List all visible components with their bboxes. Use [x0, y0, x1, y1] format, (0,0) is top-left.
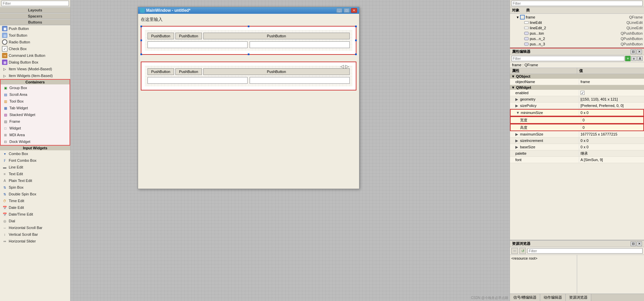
widget-frame[interactable]: ▨ Frame: [1, 118, 70, 125]
widget-radio-button[interactable]: Radio Button: [0, 39, 70, 45]
prop-key-minimumSize: ▼ minimumSize: [511, 110, 579, 116]
minimize-button[interactable]: _: [336, 8, 342, 13]
radio-button-icon: [2, 39, 7, 45]
widget-line-edit[interactable]: ▬ Line Edit: [0, 164, 70, 171]
res-close-btn[interactable]: ✕: [637, 241, 642, 246]
prop-val-height[interactable]: 0: [581, 124, 643, 130]
obj-name-frame: frame: [526, 15, 629, 19]
sizePolicy-expand-icon[interactable]: ▶: [515, 104, 519, 108]
widget-spin-box[interactable]: ⇅ Spin Box: [0, 184, 70, 191]
frame1-btn2[interactable]: PushButton: [175, 33, 202, 39]
widget-tool-button[interactable]: ▤ Tool Button: [0, 32, 70, 39]
group-box-label: Group Box: [9, 86, 27, 90]
obj-row-frame[interactable]: ▼ frame QFrame: [510, 14, 644, 20]
widget-h-scroll[interactable]: ↔ Horizontal Scroll Bar: [0, 224, 70, 231]
res-filter-input[interactable]: [527, 248, 643, 254]
mdi-label: MDI Area: [9, 133, 25, 137]
restore-button[interactable]: □: [344, 8, 350, 13]
prop-val-geometry[interactable]: [(150, 110), 401 x 121]: [579, 96, 644, 102]
baseSize-expand-icon[interactable]: ▶: [515, 145, 519, 149]
tab-resource-browser[interactable]: 资源浏览器: [566, 294, 591, 301]
res-restore-btn[interactable]: ⊟: [631, 241, 636, 246]
widget-group-box[interactable]: ▣ Group Box: [1, 84, 70, 91]
frame2-btn3[interactable]: PushButton: [203, 68, 350, 75]
widget-stacked-widget[interactable]: ▧ Stacked Widget: [1, 111, 70, 118]
designer-canvas[interactable]: MainWindow - untitled* _ □ ✕ 在这里输入: [71, 0, 510, 301]
frame2-input2[interactable]: [250, 77, 350, 84]
widget-plain-text-edit[interactable]: A Plain Text Edit: [0, 177, 70, 184]
prop-val-baseSize[interactable]: 0 x 0: [579, 144, 644, 150]
widget-check-box[interactable]: ✓ Check Box: [0, 45, 70, 52]
widget-h-slider[interactable]: ⇔ Horizontal Slider: [0, 238, 70, 244]
res-pencil-btn[interactable]: ✏: [511, 248, 518, 254]
res-refresh-btn[interactable]: ↺: [519, 248, 526, 254]
prop-filter-opt2[interactable]: A: [637, 56, 643, 61]
obj-row-pushbtn2[interactable]: pus...n_2 QPushButton: [510, 36, 644, 41]
frame1-input1[interactable]: [147, 41, 248, 48]
prop-restore-btn[interactable]: ⊟: [631, 49, 636, 54]
obj-row-lineEdit[interactable]: lineEdit QLineEdit: [510, 20, 644, 25]
frame1-btn1[interactable]: PushButton: [147, 33, 174, 39]
widget-tab-widget[interactable]: ▦ Tab Widget: [1, 105, 70, 111]
maximumSize-expand-icon[interactable]: ▶: [515, 132, 519, 137]
frame2-container[interactable]: ◁ ▷ PushButton PushButton PushButton: [141, 62, 356, 90]
prop-close-btn[interactable]: ✕: [637, 49, 642, 54]
widget-dialog-box[interactable]: ▦ Dialog Button Box: [0, 59, 70, 66]
prop-val-objectName[interactable]: frame: [579, 79, 644, 85]
obj-expand-frame[interactable]: ▼: [515, 15, 520, 19]
enabled-checkbox[interactable]: ✓: [581, 91, 585, 95]
object-tree: ▼ frame QFrame lineEdit QLineEdit lin: [510, 14, 644, 47]
obj-row-pushbtn3[interactable]: pus...n_3 QPushButton: [510, 41, 644, 47]
qwidget-expand-icon: ▼: [511, 85, 516, 89]
prop-filter-input[interactable]: [511, 56, 625, 61]
widget-command-link[interactable]: ⇒ Command Link Button: [0, 52, 70, 59]
sizeIncrement-expand-icon[interactable]: ▶: [515, 139, 519, 143]
frame2-btn2[interactable]: PushButton: [175, 68, 202, 75]
svg-rect-2: [524, 27, 528, 29]
widget-mdi-area[interactable]: ⊞ MDI Area: [1, 131, 70, 138]
frame2-btn1[interactable]: PushButton: [147, 68, 174, 75]
prop-val-minimumSize[interactable]: 0 x 0: [579, 110, 643, 116]
prop-val-maximumSize[interactable]: 16777215 x 16777215: [579, 131, 644, 137]
prop-filter-opt1[interactable]: ≡: [631, 56, 637, 61]
tab-action-editor[interactable]: 动作编辑器: [540, 294, 566, 301]
prop-add-filter-btn[interactable]: +: [625, 56, 631, 61]
widget-push-button[interactable]: ▣ Push Button: [0, 25, 70, 32]
widget-widget[interactable]: □ Widget: [1, 125, 70, 131]
geometry-expand-icon[interactable]: ▶: [515, 97, 519, 102]
close-button[interactable]: ✕: [351, 8, 357, 13]
widget-font-combo-box[interactable]: 𝔽 Font Combo Box: [0, 157, 70, 164]
prop-val-width[interactable]: 0: [581, 117, 643, 123]
left-filter-input[interactable]: [1, 1, 69, 6]
widget-item-widgets[interactable]: ▷ Item Widgets (Item-Based): [0, 72, 70, 79]
prop-val-sizeIncrement[interactable]: 0 x 0: [579, 138, 644, 144]
widget-date-edit[interactable]: 📅 Date Edit: [0, 204, 70, 211]
widget-v-scroll[interactable]: ↕ Vertical Scroll Bar: [0, 231, 70, 238]
prop-section-qwidget[interactable]: ▼ QWidget: [510, 85, 644, 90]
obj-row-lineEdit2[interactable]: lineEdit_2 QLineEdit: [510, 25, 644, 31]
widget-datetime-edit[interactable]: 📅 Date/Time Edit: [0, 211, 70, 218]
widget-double-spin-box[interactable]: ⇅ Double Spin Box: [0, 191, 70, 197]
tab-signal-editor[interactable]: 信号/槽编辑器: [510, 294, 540, 301]
minimumSize-expand-icon[interactable]: ▼: [516, 111, 520, 115]
prop-val-enabled[interactable]: ✓: [579, 90, 644, 96]
widget-scroll-area[interactable]: ▤ Scroll Area: [1, 91, 70, 98]
widget-text-edit[interactable]: ≡ Text Edit: [0, 171, 70, 177]
prop-val-palette[interactable]: 继承: [579, 150, 644, 156]
frame1-container[interactable]: PushButton PushButton PushButton: [141, 26, 356, 55]
widget-tool-box[interactable]: ▥ Tool Box: [1, 98, 70, 105]
widget-time-edit[interactable]: ⏱ Time Edit: [0, 197, 70, 204]
obj-row-pushbtn1[interactable]: pus...ton QPushButton: [510, 31, 644, 36]
widget-dock-widget[interactable]: ⊟ Dock Widget: [1, 138, 70, 145]
prop-val-sizePolicy[interactable]: [Preferred, Preferred, 0, 0]: [579, 103, 644, 109]
frame1-input2[interactable]: [250, 41, 350, 48]
frame2-input1[interactable]: [147, 77, 248, 84]
prop-val-font[interactable]: A [SimSun, 9]: [579, 157, 644, 163]
frame1-btn3[interactable]: PushButton: [203, 33, 350, 39]
widget-combo-box[interactable]: ▾ Combo Box: [0, 150, 70, 157]
prop-panel-title: 属性编辑器: [512, 49, 530, 54]
obj-filter-input[interactable]: [511, 1, 643, 6]
widget-dial[interactable]: ◎ Dial: [0, 218, 70, 224]
prop-section-qobject[interactable]: ▼ QObject: [510, 74, 644, 79]
widget-item-views[interactable]: ▷ Item Views (Model-Based): [0, 66, 70, 72]
